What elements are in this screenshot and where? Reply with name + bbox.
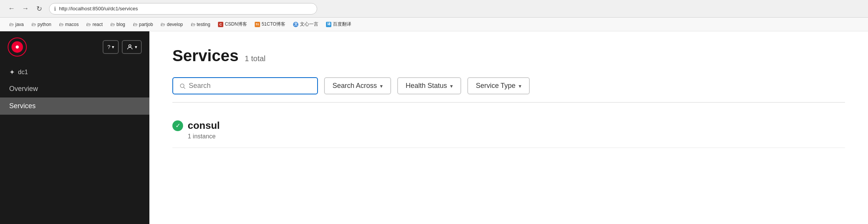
- consul-logo: [8, 37, 27, 57]
- services-list: ✓ consul 1 instance: [172, 112, 845, 148]
- health-status-button[interactable]: Health Status ▾: [397, 77, 461, 94]
- folder-icon: 🗁: [110, 22, 115, 27]
- sidebar-item-label: Services: [9, 102, 36, 110]
- service-type-button[interactable]: Service Type ▾: [467, 77, 530, 94]
- health-status-label: Health Status: [406, 82, 447, 90]
- page-title-row: Services 1 total: [172, 47, 845, 65]
- bookmark-label: java: [15, 22, 24, 27]
- search-input[interactable]: [189, 82, 311, 90]
- forward-button[interactable]: →: [20, 3, 31, 14]
- folder-icon: 🗁: [86, 22, 91, 27]
- bookmark-partjob[interactable]: 🗁 partjob: [130, 20, 156, 29]
- service-name: consul: [188, 120, 220, 131]
- bookmark-label: 文心一言: [300, 21, 318, 28]
- sidebar-item-services[interactable]: Services: [0, 97, 149, 115]
- cto-icon: 51: [255, 22, 260, 27]
- bookmark-react[interactable]: 🗁 react: [83, 20, 106, 29]
- datacenter-item[interactable]: ✦ dc1: [0, 64, 149, 80]
- back-button[interactable]: ←: [6, 3, 17, 14]
- csdn-icon: C: [218, 22, 223, 27]
- svg-point-1: [180, 84, 184, 88]
- browser-chrome: ← → ↻ ℹ http://localhost:8500/ui/dc1/ser…: [0, 0, 868, 18]
- bookmark-label: partjob: [139, 22, 153, 27]
- sidebar: ? ▾ ▾ ✦ dc1 Overview Services: [0, 31, 149, 224]
- bookmark-python[interactable]: 🗁 python: [28, 20, 54, 29]
- user-button[interactable]: ▾: [122, 40, 142, 54]
- svg-point-0: [129, 45, 131, 47]
- svg-line-2: [183, 87, 185, 89]
- bookmark-baidu[interactable]: 译 百度翻译: [323, 19, 354, 29]
- folder-icon: 🗁: [191, 22, 195, 27]
- chevron-down-icon: ▾: [450, 83, 453, 89]
- bookmark-label: 百度翻译: [333, 21, 351, 28]
- bookmark-label: macos: [65, 22, 79, 27]
- bookmark-yixin[interactable]: 文 文心一言: [290, 19, 321, 29]
- bookmark-51cto[interactable]: 51 51CTO博客: [252, 19, 288, 29]
- user-icon: [126, 44, 133, 50]
- service-instances: 1 instance: [172, 133, 845, 140]
- yixin-icon: 文: [293, 22, 298, 27]
- folder-icon: 🗁: [9, 22, 14, 27]
- page-count: 1 total: [245, 54, 265, 63]
- consul-logo-circle: [8, 37, 27, 57]
- bookmark-macos[interactable]: 🗁 macos: [56, 20, 82, 29]
- list-item[interactable]: ✓ consul 1 instance: [172, 112, 845, 148]
- baidu-icon: 译: [326, 22, 331, 27]
- bookmark-develop[interactable]: 🗁 develop: [157, 20, 186, 29]
- reload-button[interactable]: ↻: [34, 3, 44, 14]
- bookmark-label: develop: [167, 22, 183, 27]
- folder-icon: 🗁: [133, 22, 138, 27]
- service-type-label: Service Type: [476, 82, 516, 90]
- service-name-row: ✓ consul: [172, 120, 845, 131]
- health-passing-icon: ✓: [172, 120, 183, 131]
- sidebar-controls: ? ▾ ▾: [103, 40, 142, 54]
- bookmark-csdn[interactable]: C CSDN博客: [215, 19, 250, 29]
- datacenter-icon: ✦: [9, 68, 15, 76]
- page-title: Services: [172, 47, 239, 65]
- nav-buttons: ← → ↻: [6, 3, 44, 14]
- filters-row: Search Across ▾ Health Status ▾ Service …: [172, 77, 845, 103]
- sidebar-header: ? ▾ ▾: [0, 37, 149, 64]
- search-across-label: Search Across: [332, 82, 377, 90]
- bookmark-label: 51CTO博客: [262, 21, 285, 28]
- bookmark-label: react: [92, 22, 103, 27]
- app-layout: ? ▾ ▾ ✦ dc1 Overview Services: [0, 31, 868, 224]
- bookmark-blog[interactable]: 🗁 blog: [107, 20, 128, 29]
- datacenter-label: dc1: [18, 69, 28, 76]
- bookmark-testing[interactable]: 🗁 testing: [188, 20, 213, 29]
- chevron-down-icon: ▾: [380, 83, 383, 89]
- url-text: http://localhost:8500/ui/dc1/services: [59, 6, 138, 11]
- question-icon: ?: [107, 44, 110, 50]
- folder-icon: 🗁: [31, 22, 36, 27]
- bookmark-label: blog: [116, 22, 125, 27]
- address-bar[interactable]: ℹ http://localhost:8500/ui/dc1/services: [49, 3, 317, 15]
- sidebar-item-overview[interactable]: Overview: [0, 80, 149, 97]
- search-icon: [179, 83, 186, 89]
- folder-icon: 🗁: [160, 22, 165, 27]
- main-content: Services 1 total Search Across ▾ Health …: [149, 31, 868, 224]
- sidebar-item-label: Overview: [9, 85, 38, 93]
- folder-icon: 🗁: [59, 22, 64, 27]
- help-button[interactable]: ? ▾: [103, 40, 119, 54]
- bookmark-java[interactable]: 🗁 java: [6, 20, 27, 29]
- chevron-down-icon: ▾: [112, 44, 114, 50]
- consul-logo-dot: [16, 45, 19, 49]
- bookmarks-bar: 🗁 java 🗁 python 🗁 macos 🗁 react 🗁 blog 🗁…: [0, 18, 868, 31]
- search-input-wrapper[interactable]: [172, 77, 318, 94]
- chevron-down-icon: ▾: [135, 44, 137, 50]
- search-across-button[interactable]: Search Across ▾: [324, 77, 391, 94]
- bookmark-label: CSDN博客: [225, 21, 247, 28]
- consul-logo-inner: [11, 41, 23, 53]
- chevron-down-icon: ▾: [519, 83, 521, 89]
- bookmark-label: python: [38, 22, 51, 27]
- bookmark-label: testing: [197, 22, 210, 27]
- info-icon: ℹ: [54, 6, 56, 12]
